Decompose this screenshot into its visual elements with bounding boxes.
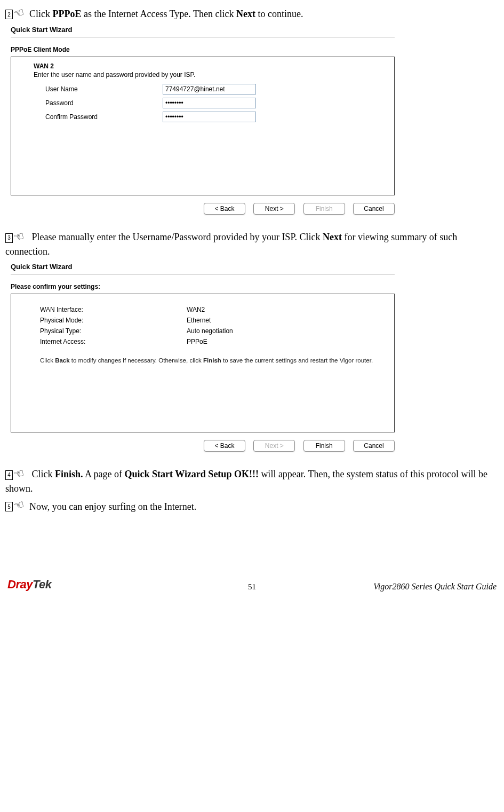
logo-part-2: Tek <box>33 578 52 591</box>
step-number: 5 <box>5 502 13 511</box>
logo-part-1: Dray <box>7 578 33 591</box>
label-password: Password <box>45 99 163 107</box>
text: A page of <box>83 469 125 479</box>
bold: Next <box>236 9 255 19</box>
input-confirm-password[interactable] <box>163 112 256 122</box>
step-3: 3☜ Please manually enter the Username/Pa… <box>5 231 499 258</box>
footer-guide-title: Vigor2860 Series Quick Start Guide <box>373 582 497 592</box>
wizard-title: Quick Start Wizard <box>11 26 395 34</box>
step-text: Click PPPoE as the Internet Access Type.… <box>29 7 499 21</box>
pointing-hand-icon: ☜ <box>12 466 26 482</box>
text: Click <box>40 357 55 364</box>
step-number: 2 <box>5 10 13 19</box>
step-text: Please manually enter the Username/Passw… <box>5 232 457 257</box>
summary-label: WAN Interface: <box>40 306 187 313</box>
next-button[interactable]: Next > <box>253 203 295 215</box>
finish-button[interactable]: Finish <box>303 440 345 452</box>
bold: Quick Start Wizard Setup OK!!! <box>125 469 259 479</box>
back-button[interactable]: < Back <box>204 440 245 452</box>
form-row-password: Password <box>45 98 387 108</box>
input-username[interactable] <box>163 84 256 94</box>
summary-row: Physical Type: Auto negotiation <box>40 327 387 335</box>
cancel-button[interactable]: Cancel <box>353 440 395 452</box>
wizard-panel: WAN 2 Enter the user name and password p… <box>11 57 395 195</box>
finish-button: Finish <box>303 203 345 215</box>
wizard-subtitle: PPPoE Client Mode <box>11 46 395 53</box>
wizard-button-row: < Back Next > Finish Cancel <box>11 440 395 452</box>
section-desc: Enter the user name and password provide… <box>34 71 387 78</box>
text: to modify changes if necessary. Otherwis… <box>70 357 203 364</box>
step-4: 4☜ Click Finish. A page of Quick Start W… <box>5 468 499 495</box>
section-label: WAN 2 <box>34 62 387 70</box>
pointing-hand-icon: ☜ <box>12 229 26 245</box>
input-password[interactable] <box>163 98 256 108</box>
text: Please manually enter the Username/Passw… <box>32 232 323 242</box>
step-number: 4 <box>5 470 13 480</box>
step-number: 3 <box>5 233 13 243</box>
summary-label: Internet Access: <box>40 338 187 345</box>
divider <box>11 274 395 274</box>
wizard-subtitle: Please confirm your settings: <box>11 283 395 290</box>
step-icon: 2☜ <box>5 7 29 21</box>
summary-value: PPPoE <box>187 338 207 345</box>
summary-label: Physical Type: <box>40 327 187 335</box>
step-icon: 3☜ <box>5 231 29 245</box>
wizard-button-row: < Back Next > Finish Cancel <box>11 203 395 215</box>
wizard-title: Quick Start Wizard <box>11 263 395 271</box>
bold: Back <box>55 357 70 364</box>
cancel-button[interactable]: Cancel <box>353 203 395 215</box>
text: as the Internet Access Type. Then click <box>82 9 236 19</box>
summary-label: Physical Mode: <box>40 317 187 324</box>
step-icon: 4☜ <box>5 468 29 482</box>
step-text: Click Finish. A page of Quick Start Wiza… <box>5 469 487 494</box>
form-row-confirm: Confirm Password <box>45 112 387 122</box>
summary-value: Auto negotiation <box>187 327 233 335</box>
pointing-hand-icon: ☜ <box>12 498 26 514</box>
brand-logo: DrayTek <box>7 578 52 592</box>
wizard-panel: WAN Interface: WAN2 Physical Mode: Ether… <box>11 294 395 432</box>
summary-value: WAN2 <box>187 306 205 313</box>
text: to continue. <box>255 9 303 19</box>
text: Click <box>32 469 55 479</box>
pointing-hand-icon: ☜ <box>12 5 26 21</box>
bold: Finish. <box>55 469 83 479</box>
back-button[interactable]: < Back <box>204 203 245 215</box>
bold: Next <box>323 232 342 242</box>
wizard-confirm-settings: Quick Start Wizard Please confirm your s… <box>11 263 395 452</box>
step-5: 5☜ Now, you can enjoy surfing on the Int… <box>5 500 499 514</box>
summary-row: Physical Mode: Ethernet <box>40 317 387 324</box>
summary-value: Ethernet <box>187 317 211 324</box>
step-text: Now, you can enjoy surfing on the Intern… <box>29 500 499 514</box>
label-username: User Name <box>45 85 163 93</box>
bold: Finish <box>203 357 221 364</box>
wizard-hint: Click Back to modify changes if necessar… <box>40 356 387 365</box>
step-icon: 5☜ <box>5 500 29 514</box>
divider <box>11 37 395 37</box>
text: to save the current settings and restart… <box>221 357 373 364</box>
wizard-pppoe-client: Quick Start Wizard PPPoE Client Mode WAN… <box>11 26 395 215</box>
step-2: 2☜ Click PPPoE as the Internet Access Ty… <box>5 7 499 21</box>
bold: PPPoE <box>53 9 82 19</box>
summary-row: Internet Access: PPPoE <box>40 338 387 345</box>
text: Click <box>29 9 53 19</box>
label-confirm-password: Confirm Password <box>45 113 163 121</box>
next-button: Next > <box>253 440 295 452</box>
summary-row: WAN Interface: WAN2 <box>40 306 387 313</box>
page-footer: DrayTek 51 Vigor2860 Series Quick Start … <box>5 578 499 592</box>
form-row-username: User Name <box>45 84 387 94</box>
page-number: 51 <box>248 582 256 592</box>
